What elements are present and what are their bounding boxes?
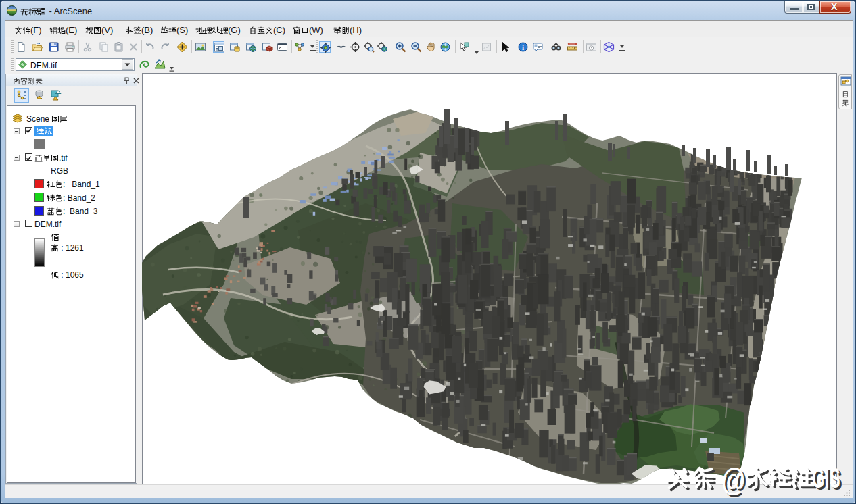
svg-text:i: i (522, 43, 524, 51)
